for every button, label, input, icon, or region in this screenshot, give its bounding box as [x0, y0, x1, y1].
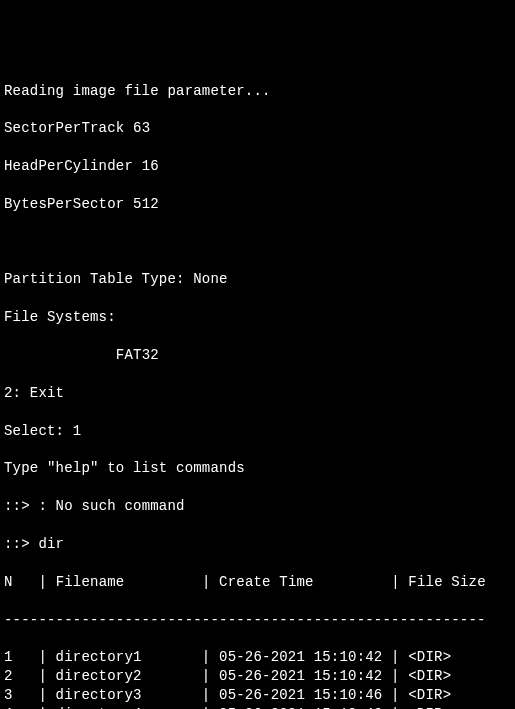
select-value: 1 [73, 423, 82, 439]
bps-label: BytesPerSector [4, 196, 124, 212]
help-hint: Type "help" to list commands [4, 459, 511, 478]
select-label: Select: [4, 423, 64, 439]
hpc-label: HeadPerCylinder [4, 158, 133, 174]
dir-cmd-line[interactable]: ::> dir [4, 535, 511, 554]
hpc-value: 16 [142, 158, 159, 174]
fs-label-line: File Systems: [4, 308, 511, 327]
prompt-symbol: ::> [4, 536, 30, 552]
table-header: N | Filename | Create Time | File Size [4, 573, 511, 592]
blank-line [4, 233, 511, 252]
sep: | [202, 574, 211, 590]
fs-value-line: FAT32 [4, 346, 511, 365]
table-row: 1 | directory1 | 05-26-2021 15:10:42 | <… [4, 648, 511, 667]
sep: | [38, 574, 47, 590]
bps-value: 512 [133, 196, 159, 212]
fs-value: FAT32 [116, 347, 159, 363]
dir-command: dir [38, 536, 64, 552]
bps-line: BytesPerSector 512 [4, 195, 511, 214]
nosuch-text: : No such command [38, 498, 184, 514]
col-n: N [4, 574, 13, 590]
partition-value: None [193, 271, 227, 287]
spt-value: 63 [133, 120, 150, 136]
col-filename: Filename [56, 574, 125, 590]
partition-line: Partition Table Type: None [4, 270, 511, 289]
spt-line: SectorPerTrack 63 [4, 119, 511, 138]
table-divider: ----------------------------------------… [4, 611, 511, 630]
sep: | [391, 574, 400, 590]
table-row: 4 | directory4 | 05-26-2021 15:10:46 | <… [4, 705, 511, 709]
table-row: 2 | directory2 | 05-26-2021 15:10:42 | <… [4, 667, 511, 686]
col-create: Create Time [219, 574, 314, 590]
col-size: File Size [408, 574, 485, 590]
partition-label: Partition Table Type: [4, 271, 185, 287]
table-body: 1 | directory1 | 05-26-2021 15:10:42 | <… [4, 648, 511, 709]
hpc-line: HeadPerCylinder 16 [4, 157, 511, 176]
nosuch-line: ::> : No such command [4, 497, 511, 516]
select-line[interactable]: Select: 1 [4, 422, 511, 441]
table-row: 3 | directory3 | 05-26-2021 15:10:46 | <… [4, 686, 511, 705]
prompt-symbol: ::> [4, 498, 30, 514]
spt-label: SectorPerTrack [4, 120, 124, 136]
reading-line: Reading image file parameter... [4, 82, 511, 101]
exit-option[interactable]: 2: Exit [4, 384, 511, 403]
